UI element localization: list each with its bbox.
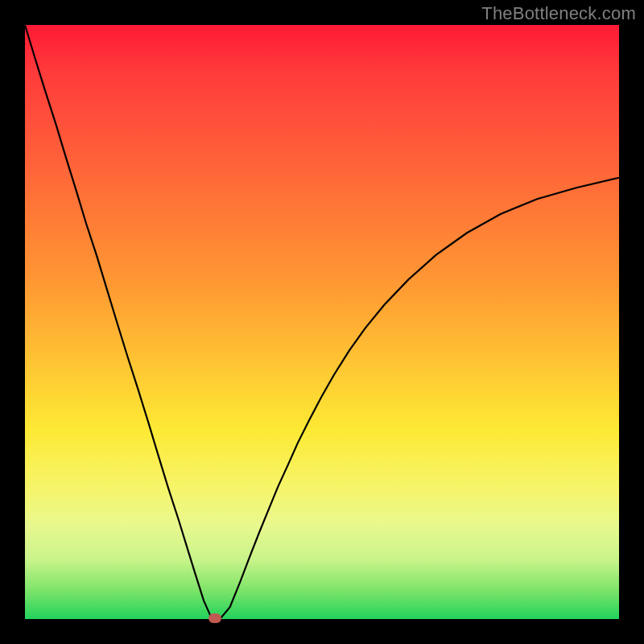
plot-area [25,25,619,619]
curve-svg [25,25,619,619]
bottleneck-curve [25,25,619,618]
optimum-marker [208,613,221,623]
watermark-text: TheBottleneck.com [481,3,636,24]
chart-frame: TheBottleneck.com [0,0,644,644]
